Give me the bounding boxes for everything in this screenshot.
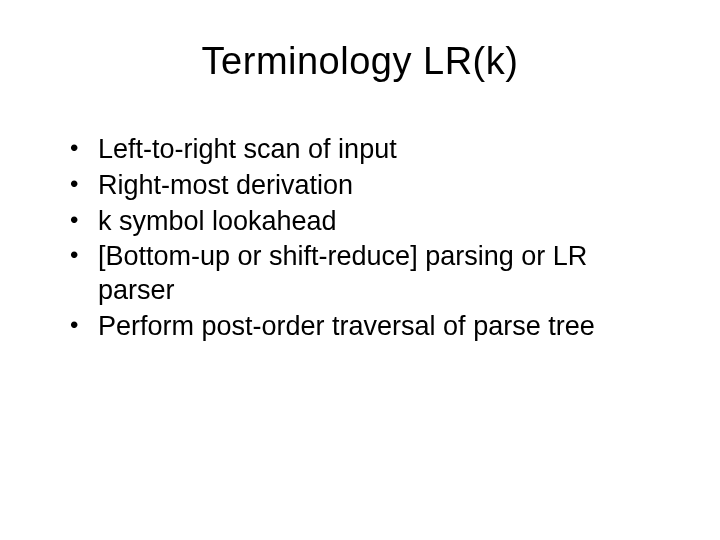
list-item: k symbol lookahead	[70, 205, 670, 239]
list-item: [Bottom-up or shift-reduce] parsing or L…	[70, 240, 670, 308]
list-item: Left-to-right scan of input	[70, 133, 670, 167]
slide-container: Terminology LR(k) Left-to-right scan of …	[0, 0, 720, 540]
bullet-list: Left-to-right scan of input Right-most d…	[50, 133, 670, 344]
list-item: Perform post-order traversal of parse tr…	[70, 310, 670, 344]
slide-title: Terminology LR(k)	[50, 40, 670, 83]
list-item: Right-most derivation	[70, 169, 670, 203]
